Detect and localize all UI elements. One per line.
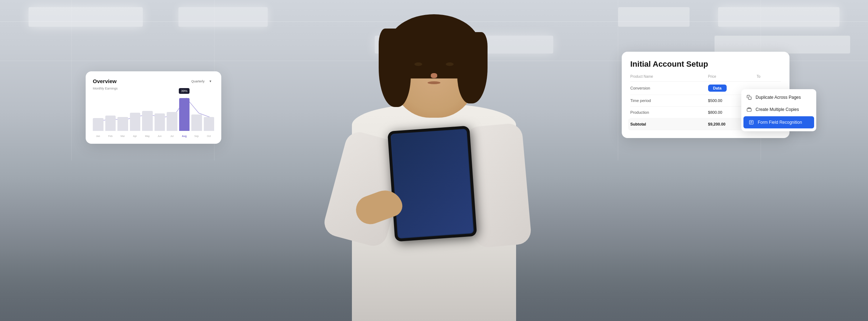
overview-card-title: Overview: [93, 78, 117, 84]
x-label-oct: Oct: [204, 135, 215, 137]
menu-item-copies[interactable]: Create Multiple Copies: [741, 103, 816, 116]
menu-item-duplicate[interactable]: Duplicate Across Pages: [741, 91, 816, 103]
bar-chart: 39% Jan Feb Mar Apr May Jun Jul Aug Sep …: [93, 95, 214, 137]
bar-apr: [130, 113, 141, 131]
legend-dropdown-button[interactable]: ▾: [207, 78, 214, 85]
chevron-down-icon: ▾: [210, 79, 211, 83]
menu-item-form-recognition[interactable]: Form Field Recognition: [743, 116, 814, 128]
conversion-data-pill[interactable]: Data: [708, 85, 727, 92]
svg-rect-1: [747, 108, 751, 111]
form-icon: [748, 119, 754, 125]
x-label-mar: Mar: [117, 135, 128, 137]
x-label-jan: Jan: [93, 135, 104, 137]
bar-aug: 39%: [179, 98, 190, 131]
bar-feb: [105, 116, 116, 131]
svg-rect-0: [748, 97, 751, 100]
bar-may: [142, 111, 153, 131]
col-to: To: [757, 75, 781, 78]
col-price: Price: [708, 75, 757, 78]
menu-item-copies-label: Create Multiple Copies: [756, 107, 799, 112]
account-card-title: Initial Account Setup: [630, 60, 781, 69]
chart-x-labels: Jan Feb Mar Apr May Jun Jul Aug Sep Oct: [93, 135, 214, 137]
copy-icon: [746, 95, 752, 100]
bar-tooltip: 39%: [179, 88, 190, 94]
bar-oct: [204, 117, 215, 131]
x-label-jun: Jun: [155, 135, 165, 137]
x-label-may: May: [142, 135, 153, 137]
menu-item-form-label: Form Field Recognition: [758, 120, 802, 125]
x-label-jul: Jul: [167, 135, 177, 137]
bar-sep: [191, 114, 202, 131]
row-timeperiod-name: Time period: [630, 98, 708, 103]
layers-icon: [746, 107, 752, 112]
legend-text: Quarterly: [191, 80, 205, 83]
x-label-aug: Aug: [179, 135, 190, 137]
bar-mar: [117, 117, 128, 131]
row-production-name: Production: [630, 110, 708, 114]
context-menu: Duplicate Across Pages Create Multiple C…: [741, 89, 816, 131]
overview-subtitle: Monthly Earnings: [93, 87, 214, 90]
overview-card: Overview Quarterly ▾ Monthly Earnings: [86, 71, 221, 144]
row-subtotal-name: Subtotal: [630, 122, 708, 126]
col-product-name: Product Name: [630, 75, 708, 78]
menu-item-duplicate-label: Duplicate Across Pages: [756, 95, 801, 100]
bar-jan: [93, 118, 104, 131]
bar-jun: [155, 113, 165, 131]
bar-jul: [167, 112, 177, 131]
table-header: Product Name Price To: [630, 75, 781, 82]
x-label-feb: Feb: [105, 135, 116, 137]
x-label-apr: Apr: [130, 135, 141, 137]
x-label-sep: Sep: [191, 135, 202, 137]
row-conversion-name: Conversion: [630, 86, 708, 90]
